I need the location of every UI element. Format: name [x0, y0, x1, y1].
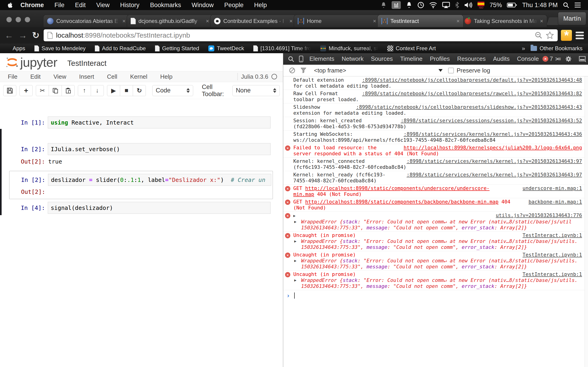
code-input-area[interactable]: using Reactive, Interact	[48, 117, 271, 128]
console-text-segment[interactable]: min.map	[293, 191, 314, 197]
jupyter-menu-view[interactable]: View	[53, 73, 66, 80]
notification-bell-icon[interactable]	[380, 2, 387, 8]
bluetooth-icon[interactable]	[455, 2, 459, 8]
browser-tab-4[interactable]: TestInteract×	[377, 15, 464, 27]
save-button[interactable]	[3, 85, 16, 96]
battery-icon[interactable]	[507, 2, 517, 8]
console-scrollbar[interactable]	[585, 76, 588, 367]
tab-close-icon[interactable]: ×	[289, 18, 293, 24]
expand-triangle-icon[interactable]: ▶	[294, 219, 296, 225]
window-traffic-lights[interactable]	[6, 17, 30, 22]
browser-tab-0[interactable]: Convocatorias Abiertas E×	[43, 15, 130, 27]
menubar-item-people[interactable]: People	[219, 2, 249, 9]
notebook-cell[interactable]: In [1]:using Reactive, Interact	[0, 117, 283, 128]
filter-icon[interactable]	[298, 67, 309, 74]
console-source-link[interactable]: :8998/static/services/kernels/kernel.js?…	[401, 172, 582, 178]
interrupt-kernel-button[interactable]: ■	[120, 85, 133, 96]
move-cell-up-button[interactable]: ↑	[78, 85, 91, 96]
code-input-area[interactable]: signal(deslizador)	[48, 202, 271, 214]
airplay-icon[interactable]	[442, 2, 450, 8]
expand-triangle-icon[interactable]: ▶	[294, 238, 296, 244]
notebook-title[interactable]: TestInteract	[67, 59, 107, 68]
run-cell-button[interactable]: ▶	[107, 85, 120, 96]
console-source-link[interactable]: TestInteract.ipynb:1	[517, 252, 582, 258]
add-cell-button[interactable]: +	[19, 85, 33, 96]
devtools-tab-timeline[interactable]: Timeline	[397, 55, 426, 62]
console-source-link[interactable]: :8998/static/services/sessions/session.j…	[395, 118, 582, 124]
devtools-search-icon[interactable]	[285, 56, 296, 62]
console-source-link[interactable]: TestInteract.ipynb:1	[517, 271, 582, 277]
console-source-link[interactable]: :8998/static/services/kernels/kernel.js?…	[398, 131, 582, 137]
expand-triangle-icon[interactable]: ▶	[294, 277, 296, 283]
frame-selector[interactable]: <top frame>	[314, 67, 443, 74]
console-source-link[interactable]: utils.js?v=20150326134643:776	[490, 212, 582, 219]
devtools-tab-sources[interactable]: Sources	[367, 55, 397, 62]
tab-close-icon[interactable]: ×	[206, 18, 209, 24]
menubar-item-edit[interactable]: Edit	[70, 2, 91, 9]
menubar-item-view[interactable]: View	[91, 2, 115, 9]
jupyter-logo[interactable]: jupyter	[5, 55, 57, 70]
dock-side-icon[interactable]	[577, 56, 588, 62]
console-text-segment[interactable]: http://localhost:8998/static/components/…	[305, 199, 498, 205]
devtools-tab-resources[interactable]: Resources	[453, 55, 489, 62]
tab-close-icon[interactable]: ×	[373, 18, 376, 24]
jupyter-menu-edit[interactable]: Edit	[30, 73, 41, 80]
menubar-item-chrome[interactable]: Chrome	[15, 2, 49, 9]
console-source-link[interactable]: :8998/static/services/kernels/kernel.js?…	[401, 158, 582, 164]
jupyter-menu-kernel[interactable]: Kernel	[130, 73, 147, 80]
console-drawer-icon[interactable]: >≡	[555, 56, 561, 62]
devtools-tab-network[interactable]: Network	[338, 55, 367, 62]
bookmarks-overflow-chevron[interactable]: »	[522, 45, 525, 52]
devtools-tab-profiles[interactable]: Profiles	[426, 55, 453, 62]
menubar-item-file[interactable]: File	[49, 2, 70, 9]
restart-kernel-button[interactable]: ↻	[133, 85, 146, 96]
equalizer-menu-icon[interactable]	[392, 1, 401, 9]
console-source-link[interactable]: backbone-min.map:1	[523, 199, 582, 205]
bookmark-item-6[interactable]: Mindfuck, surreal, st	[320, 45, 378, 52]
bookmark-item-2[interactable]: Add to ReadCube	[95, 45, 146, 52]
code-input-area[interactable]: IJulia.set_verbose()	[48, 143, 271, 155]
cell-type-select[interactable]: Code	[152, 85, 193, 96]
settings-gear-icon[interactable]	[563, 56, 574, 62]
expand-triangle-icon[interactable]: ▶	[294, 258, 296, 264]
spotlight-search-icon[interactable]	[563, 2, 569, 8]
clock-menu-icon[interactable]	[417, 2, 424, 8]
tab-close-icon[interactable]: ×	[122, 18, 126, 24]
browser-tab-1[interactable]: dcjones.github.io/Gadfly×	[127, 15, 213, 27]
forward-button[interactable]: →	[17, 31, 28, 40]
zoom-out-icon[interactable]	[535, 31, 543, 39]
bookmark-item-0[interactable]: Apps	[4, 45, 25, 52]
cut-cell-button[interactable]: ✂	[36, 85, 49, 96]
move-cell-down-button[interactable]: ↓	[91, 85, 104, 96]
console-source-link[interactable]: :8998/static/notebook/js/celltoolbarpres…	[356, 91, 582, 97]
devtools-tab-audits[interactable]: Audits	[489, 55, 513, 62]
tab-close-icon[interactable]: ×	[540, 18, 543, 24]
jupyter-menu-file[interactable]: File	[8, 73, 17, 80]
console-source-link[interactable]: :8998/static/notebook/js/celltoolbarpres…	[351, 104, 582, 110]
growl-bell-icon[interactable]	[406, 2, 412, 8]
console-source-link[interactable]: TestInteract.ipynb:1	[517, 232, 582, 238]
jupyter-menu-cell[interactable]: Cell	[107, 73, 117, 80]
notebook-cell[interactable]: In [4]:signal(deslizador)	[0, 202, 283, 214]
cell-toolbar-select[interactable]: None	[233, 85, 280, 96]
browser-tab-5[interactable]: Taking Screenshots in Ma×	[461, 15, 547, 27]
bookmark-item-5[interactable]: [1310.4691] Time fro	[253, 45, 311, 52]
code-input-area[interactable]: deslizador = slider(0:.1:1, label="Desli…	[48, 174, 271, 186]
browser-tab-3[interactable]: Home×	[294, 15, 380, 27]
device-mode-icon[interactable]	[296, 56, 306, 62]
selected-cell[interactable]: In [2]:deslizador = slider(0:.1:1, label…	[9, 171, 273, 199]
jupyter-menu-help[interactable]: Help	[160, 73, 173, 80]
browser-tab-2[interactable]: Contributed Examples · I×	[210, 15, 296, 27]
expand-triangle-icon[interactable]: ▶	[293, 214, 296, 218]
input-language-flag-icon[interactable]: ISO	[477, 2, 484, 9]
console-source-link[interactable]: underscore-min.map:1	[517, 185, 582, 191]
volume-icon[interactable]	[464, 2, 473, 8]
menubar-item-window[interactable]: Window	[186, 2, 219, 9]
address-bar[interactable]: localhost:8998/notebooks/TestInteract.ip…	[44, 29, 558, 41]
chrome-menu-icon[interactable]	[575, 32, 584, 39]
menubar-item-history[interactable]: History	[115, 2, 145, 9]
menubar-clock[interactable]: Thu 1:48 PM	[522, 2, 558, 9]
devtools-tab-elements[interactable]: Elements	[306, 55, 338, 62]
bookmark-item-3[interactable]: Getting Started	[155, 45, 199, 52]
bookmark-item-1[interactable]: Save to Mendeley	[35, 45, 86, 52]
